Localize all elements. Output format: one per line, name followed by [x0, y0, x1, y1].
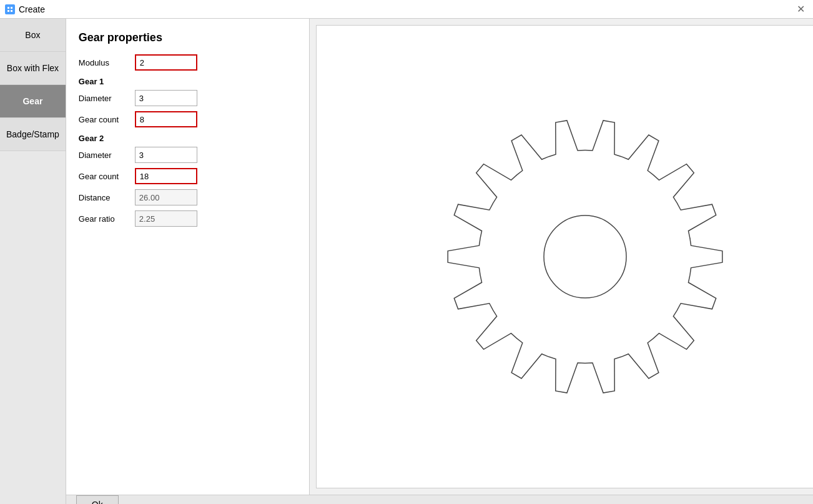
- gear1-section-label: Gear 1: [79, 77, 297, 86]
- gear1-count-label: Gear count: [79, 115, 135, 124]
- gear1-diameter-label: Diameter: [79, 94, 135, 103]
- gear2-diameter-input[interactable]: [135, 147, 197, 163]
- svg-rect-2: [11, 7, 12, 9]
- main-content: Gear properties Modulus Gear 1 Diameter …: [66, 19, 813, 504]
- svg-rect-0: [6, 6, 14, 13]
- distance-input: [135, 189, 197, 205]
- title-bar: Create ✕: [0, 0, 813, 19]
- bottom-bar: Ok: [66, 495, 813, 504]
- gear2-count-label: Gear count: [79, 172, 135, 181]
- gear1-diameter-row: Diameter: [79, 90, 297, 106]
- content-area: Gear properties Modulus Gear 1 Diameter …: [66, 19, 813, 495]
- gear1-count-input[interactable]: [135, 111, 197, 127]
- modulus-row: Modulus: [79, 54, 297, 71]
- gear2-diameter-row: Diameter: [79, 147, 297, 163]
- ok-button[interactable]: Ok: [76, 495, 119, 504]
- app-icon: [5, 4, 15, 14]
- distance-label: Distance: [79, 193, 135, 202]
- window-title: Create: [19, 4, 45, 14]
- sidebar-item-box[interactable]: Box: [0, 19, 66, 52]
- panel-title: Gear properties: [79, 31, 297, 44]
- gear-ratio-input: [135, 210, 197, 227]
- svg-rect-3: [7, 10, 9, 12]
- gear-ratio-label: Gear ratio: [79, 214, 135, 224]
- gear-ratio-row: Gear ratio: [79, 210, 297, 227]
- properties-panel: Gear properties Modulus Gear 1 Diameter …: [66, 19, 310, 495]
- canvas-area: [316, 25, 813, 488]
- sidebar: Box Box with Flex Gear Badge/Stamp: [0, 19, 66, 504]
- sidebar-item-gear[interactable]: Gear: [0, 85, 66, 118]
- gear2-diameter-label: Diameter: [79, 151, 135, 160]
- close-button[interactable]: ✕: [793, 2, 808, 17]
- gear1-diameter-input[interactable]: [135, 90, 197, 106]
- svg-rect-4: [11, 10, 12, 12]
- gear-canvas: [317, 26, 813, 488]
- gear2-count-row: Gear count: [79, 168, 297, 184]
- distance-row: Distance: [79, 189, 297, 205]
- gear1-count-row: Gear count: [79, 111, 297, 127]
- gear2-count-input[interactable]: [135, 168, 197, 184]
- svg-rect-1: [7, 7, 9, 9]
- gear2-section-label: Gear 2: [79, 134, 297, 143]
- modulus-input[interactable]: [135, 54, 197, 71]
- sidebar-item-badge-stamp[interactable]: Badge/Stamp: [0, 118, 66, 151]
- sidebar-item-box-with-flex[interactable]: Box with Flex: [0, 52, 66, 85]
- modulus-label: Modulus: [79, 58, 135, 67]
